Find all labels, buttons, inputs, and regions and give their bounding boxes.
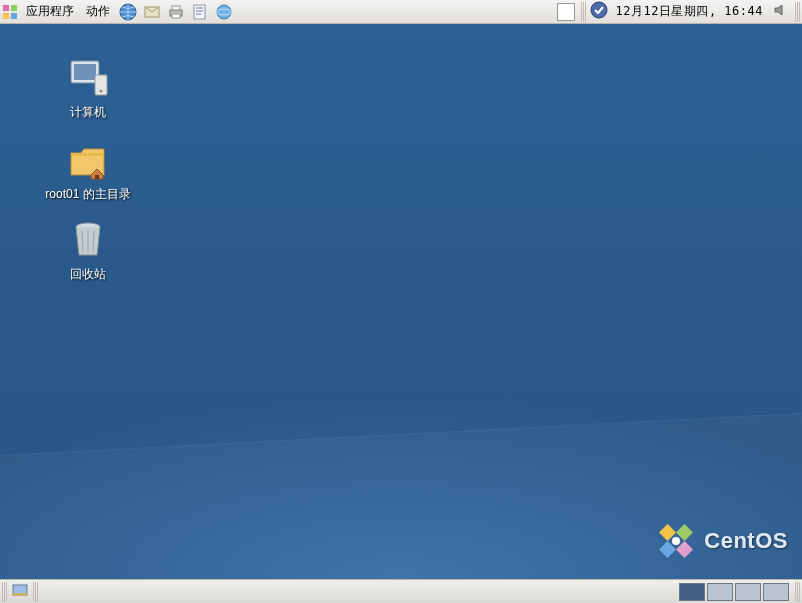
launcher-help[interactable] xyxy=(213,1,235,23)
computer-icon xyxy=(28,54,148,102)
mail-icon xyxy=(143,3,161,21)
actions-menu-label: 动作 xyxy=(86,3,110,20)
panel-grip-right xyxy=(795,2,800,22)
clock-text: 12月12日星期四, 16:44 xyxy=(616,4,763,18)
panel-grip xyxy=(581,2,586,22)
workspace-switcher xyxy=(679,583,789,601)
printer-icon xyxy=(167,3,185,21)
svg-rect-9 xyxy=(194,5,205,19)
applications-menu[interactable]: 应用程序 xyxy=(20,0,80,24)
svg-rect-2 xyxy=(3,13,9,19)
centos-brand-text: CentOS xyxy=(704,528,788,554)
home-folder-icon xyxy=(28,136,148,184)
launcher-print[interactable] xyxy=(165,1,187,23)
panel-grip-br xyxy=(795,582,800,602)
tray-indicator[interactable] xyxy=(557,3,575,21)
desktop-icon-home[interactable]: root01 的主目录 xyxy=(28,136,148,203)
svg-rect-3 xyxy=(11,13,17,19)
trash-icon xyxy=(28,216,148,264)
desktop-icon-label: 回收站 xyxy=(28,266,148,283)
centos-logo: CentOS xyxy=(656,521,788,561)
desktop-icon-label: root01 的主目录 xyxy=(28,186,148,203)
launcher-browser[interactable] xyxy=(117,1,139,23)
bottom-panel xyxy=(0,579,802,603)
launcher-editor[interactable] xyxy=(189,1,211,23)
svg-rect-20 xyxy=(95,175,99,179)
panel-grip-bl xyxy=(2,582,7,602)
clock[interactable]: 12月12日星期四, 16:44 xyxy=(610,3,769,20)
update-icon[interactable] xyxy=(590,1,608,22)
svg-rect-7 xyxy=(172,6,180,10)
workspace-2[interactable] xyxy=(707,583,733,601)
svg-point-13 xyxy=(217,5,231,19)
globe-icon xyxy=(119,3,137,21)
svg-rect-1 xyxy=(11,5,17,11)
actions-menu[interactable]: 动作 xyxy=(80,0,116,24)
panel-grip-bl2 xyxy=(33,582,38,602)
show-desktop-button[interactable] xyxy=(11,581,29,602)
top-panel: 应用程序 动作 12月12日星期四, 16:44 xyxy=(0,0,802,24)
svg-point-19 xyxy=(100,90,103,93)
applications-menu-label: 应用程序 xyxy=(26,3,74,20)
svg-rect-17 xyxy=(74,64,96,80)
volume-icon[interactable] xyxy=(773,2,789,21)
svg-rect-31 xyxy=(13,593,27,596)
desktop[interactable]: 计算机 root01 的主目录 回收站 CentOS xyxy=(0,24,802,579)
workspace-4[interactable] xyxy=(763,583,789,601)
centos-emblem-icon xyxy=(656,521,696,561)
help-icon xyxy=(215,3,233,21)
workspace-3[interactable] xyxy=(735,583,761,601)
svg-rect-8 xyxy=(172,14,180,18)
desktop-icon-trash[interactable]: 回收站 xyxy=(28,216,148,283)
editor-icon xyxy=(191,3,209,21)
workspace-1[interactable] xyxy=(679,583,705,601)
svg-point-15 xyxy=(591,2,607,18)
main-menu-icon[interactable] xyxy=(2,4,18,20)
svg-rect-0 xyxy=(3,5,9,11)
desktop-icon-label: 计算机 xyxy=(28,104,148,121)
desktop-icon-computer[interactable]: 计算机 xyxy=(28,54,148,121)
svg-point-29 xyxy=(672,537,680,545)
launcher-mail[interactable] xyxy=(141,1,163,23)
